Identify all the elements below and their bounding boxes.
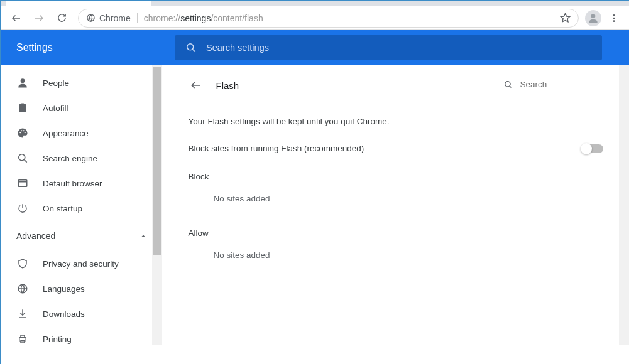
globe-icon <box>16 282 29 295</box>
clipboard-icon <box>16 102 29 114</box>
sidebar-item-on-startup[interactable]: On startup <box>1 196 162 221</box>
nav-back-button[interactable] <box>6 8 26 28</box>
settings-content-area: Flash Your Flash settings will be kept u… <box>162 65 629 345</box>
content-back-button[interactable] <box>189 78 204 93</box>
browser-window-icon <box>16 177 29 190</box>
download-icon <box>16 308 29 320</box>
block-section-label: Block <box>189 172 603 181</box>
sidebar-item-label: Downloads <box>43 309 85 319</box>
block-flash-toggle[interactable] <box>582 144 603 153</box>
search-icon <box>16 152 29 164</box>
page-title: Flash <box>216 80 239 91</box>
search-icon <box>503 79 514 90</box>
profile-avatar-button[interactable] <box>585 10 601 26</box>
sidebar-advanced-toggle[interactable]: Advanced <box>1 221 162 251</box>
settings-header: Settings Search settings <box>1 30 629 65</box>
svg-point-12 <box>23 130 25 131</box>
svg-point-14 <box>19 154 25 161</box>
settings-search-box[interactable]: Search settings <box>175 35 602 60</box>
svg-rect-9 <box>21 104 25 105</box>
sidebar-item-label: Autofill <box>43 104 68 113</box>
sidebar-item-label: Printing <box>43 335 72 344</box>
sidebar-item-label: Default browser <box>43 179 102 188</box>
sidebar-item-label: Privacy and security <box>43 259 119 269</box>
svg-point-4 <box>613 14 615 16</box>
printer-icon <box>16 333 29 345</box>
sidebar-item-label: Appearance <box>43 129 89 138</box>
sidebar-scrollbar-thumb[interactable] <box>153 67 161 255</box>
new-tab-button[interactable] <box>156 1 173 4</box>
svg-point-11 <box>21 130 22 131</box>
omnibox-divider <box>137 13 138 23</box>
window-maximize-button[interactable] <box>571 1 600 6</box>
svg-point-3 <box>591 14 596 18</box>
browser-menu-button[interactable] <box>604 8 624 28</box>
site-info-icon[interactable]: Chrome <box>86 13 131 23</box>
content-scrollbar-track[interactable] <box>619 65 629 345</box>
svg-point-13 <box>25 132 26 133</box>
palette-icon <box>16 127 29 139</box>
sidebar-item-people[interactable]: People <box>1 70 162 95</box>
sidebar-item-label: Languages <box>43 284 85 294</box>
svg-point-6 <box>613 20 615 22</box>
svg-point-8 <box>21 78 25 83</box>
power-icon <box>16 202 29 215</box>
svg-point-5 <box>613 17 615 19</box>
sidebar-item-label: On startup <box>43 204 82 213</box>
block-empty-text: No sites added <box>189 194 603 203</box>
site-info-label: Chrome <box>99 13 131 23</box>
sidebar-item-search-engine[interactable]: Search engine <box>1 146 162 171</box>
sidebar-item-appearance[interactable]: Appearance <box>1 120 162 146</box>
block-flash-label: Block sites from running Flash (recommen… <box>189 144 364 153</box>
sidebar-item-autofill[interactable]: Autofill <box>1 95 162 120</box>
sidebar-scrollbar-track[interactable] <box>152 65 162 345</box>
settings-search-placeholder: Search settings <box>206 43 269 53</box>
nav-reload-button[interactable] <box>52 8 72 28</box>
content-search-box[interactable] <box>503 79 603 92</box>
browser-tab-active[interactable]: Settings - Flash <box>6 1 151 6</box>
person-icon <box>16 77 29 89</box>
sidebar-item-printing[interactable]: Printing <box>1 326 162 345</box>
settings-header-title: Settings <box>16 42 175 53</box>
flash-notice-text: Your Flash settings will be kept until y… <box>189 117 603 126</box>
svg-point-20 <box>505 81 510 86</box>
window-minimize-button[interactable] <box>542 1 571 6</box>
allow-section-label: Allow <box>189 228 603 238</box>
sidebar-item-default-browser[interactable]: Default browser <box>1 171 162 196</box>
block-flash-setting-row: Block sites from running Flash (recommen… <box>189 144 603 153</box>
content-search-input[interactable] <box>520 80 596 89</box>
browser-tabstrip: Settings - Flash <box>1 1 629 6</box>
svg-point-10 <box>19 132 21 133</box>
window-close-button[interactable] <box>600 1 629 6</box>
settings-sidebar: People Autofill Appearance Search engine… <box>1 65 162 345</box>
search-icon <box>185 41 197 54</box>
chevron-up-icon <box>139 232 147 240</box>
toggle-knob <box>581 143 592 154</box>
sidebar-item-label: Search engine <box>43 154 97 163</box>
allow-empty-text: No sites added <box>189 250 603 260</box>
bookmark-star-icon[interactable] <box>560 13 571 23</box>
svg-point-7 <box>187 44 194 50</box>
sidebar-advanced-label: Advanced <box>16 231 55 241</box>
nav-forward-button[interactable] <box>29 8 49 28</box>
sidebar-item-downloads[interactable]: Downloads <box>1 301 162 326</box>
sidebar-item-privacy[interactable]: Privacy and security <box>1 251 162 276</box>
sidebar-item-label: People <box>43 78 69 88</box>
address-bar[interactable]: Chrome chrome://settings/content/flash <box>78 9 579 28</box>
svg-rect-18 <box>21 335 25 338</box>
svg-rect-15 <box>18 180 27 187</box>
shield-icon <box>16 257 29 270</box>
browser-toolbar: Chrome chrome://settings/content/flash <box>1 6 629 30</box>
url-text: chrome://settings/content/flash <box>144 13 263 23</box>
sidebar-item-languages[interactable]: Languages <box>1 276 162 301</box>
